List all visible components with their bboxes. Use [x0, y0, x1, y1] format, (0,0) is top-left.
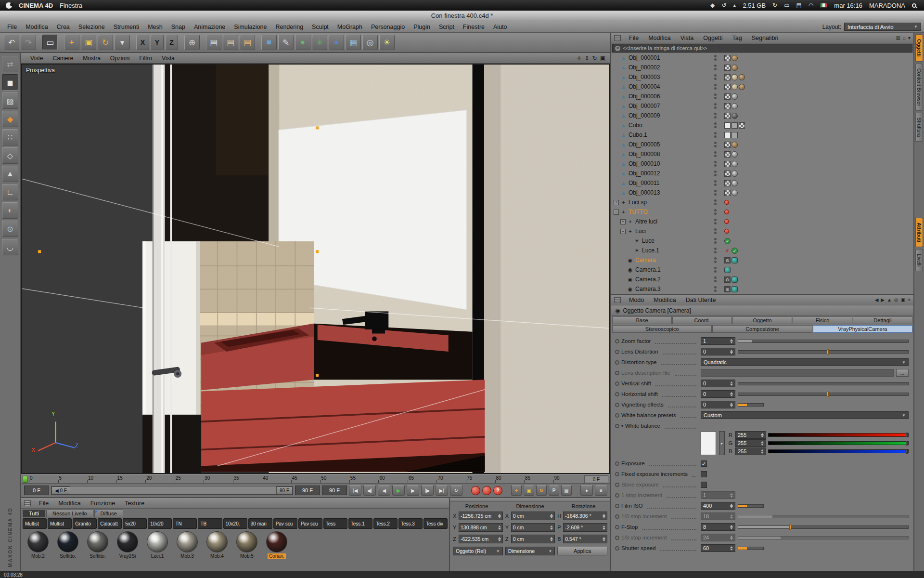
live-selection-button[interactable]: ▭ [42, 35, 58, 50]
material-mob-3[interactable]: Mob.3 [174, 531, 200, 559]
rotate-button[interactable]: ↻ [98, 35, 113, 50]
material-corian[interactable]: Corian. [264, 531, 290, 559]
range-end-field[interactable]: 90 F [295, 486, 320, 495]
move-button[interactable]: + [64, 35, 79, 50]
pan-view-icon[interactable]: ✛ [577, 55, 581, 62]
cam-green-tag-icon[interactable] [724, 267, 731, 273]
axis-lock-x-button[interactable]: X [136, 35, 149, 50]
material-chip-tess-2[interactable]: Tess.2 [373, 518, 398, 529]
visibility-dots-icon[interactable] [710, 248, 720, 253]
stepper-icon[interactable] [729, 493, 733, 498]
checker-tag-icon[interactable] [724, 93, 731, 100]
mograph-button[interactable]: ✳ [312, 35, 327, 50]
viewport-camera-label[interactable]: Prospettiva [26, 67, 55, 74]
undo-button[interactable]: ↶ [4, 35, 19, 50]
spline-pen-button[interactable]: ✎ [278, 35, 294, 50]
visibility-dots-icon[interactable] [710, 286, 720, 292]
object-row-altre-luci[interactable]: ++Altre luci [611, 217, 913, 226]
viewport-menu-opzioni[interactable]: Opzioni [106, 55, 134, 62]
sphere-gray-tag-icon[interactable] [732, 151, 738, 158]
coord-field-dimensione-y[interactable]: 0 cm [511, 523, 555, 532]
viewport-menu-filtro[interactable]: Filtro [135, 55, 157, 62]
visibility-dots-icon[interactable] [710, 257, 720, 263]
anim-dot-icon[interactable] [615, 472, 619, 476]
key-parameter-button[interactable]: P [549, 485, 559, 496]
anim-dot-icon[interactable] [615, 350, 619, 354]
lock-icon[interactable]: ▣ [901, 297, 905, 302]
cam-green-tag-icon[interactable] [732, 286, 738, 292]
material-chip-calacatt[interactable]: Calacatt [98, 518, 122, 529]
menu-finestre[interactable]: Finestre [459, 24, 489, 30]
visibility-dots-icon[interactable] [710, 267, 720, 273]
red-dot-tag-icon[interactable] [724, 219, 729, 224]
back-icon[interactable]: ◀ [875, 297, 879, 302]
visibility-dots-icon[interactable] [710, 238, 720, 244]
scrollbar-start-handle[interactable]: ◀ 0 F [51, 486, 70, 494]
dolly-view-icon[interactable]: ⇕ [585, 55, 590, 62]
checker-tag-icon[interactable] [724, 65, 731, 71]
sphere-gray-tag-icon[interactable] [732, 93, 738, 100]
sphere-gray-tag-icon[interactable] [732, 190, 738, 196]
value-field[interactable]: 0 [701, 401, 735, 408]
material-chip-tn[interactable]: TN [173, 518, 197, 529]
sphere-brown-tag-icon[interactable] [732, 55, 738, 61]
visibility-dots-icon[interactable] [710, 132, 720, 138]
white-tag-icon[interactable] [724, 132, 731, 138]
filter-icon[interactable]: ▥ [896, 35, 900, 40]
material-menu-funzione[interactable]: Funzione [86, 500, 119, 507]
object-row-obj-000009[interactable]: ▲Obj_000009 [611, 111, 913, 120]
target-tag-icon[interactable]: ⊙ [724, 286, 731, 292]
timeline-frame-15[interactable]: 15 [116, 474, 146, 483]
key-pla-button[interactable]: ▦ [561, 485, 572, 496]
menu-snap[interactable]: Snap [167, 24, 190, 30]
menu-strumenti[interactable]: Strumenti [109, 24, 144, 30]
timeline-frame-30[interactable]: 30 [204, 474, 233, 483]
material-chip-tb[interactable]: TB [198, 518, 222, 529]
goto-start-button[interactable]: |◀ [349, 485, 361, 496]
stepper-icon[interactable] [729, 536, 733, 540]
expand-toggle-icon[interactable]: − [620, 229, 626, 234]
points-mode-icon[interactable]: ∷ [2, 129, 18, 145]
primitive-cube-button[interactable]: ■ [261, 35, 277, 50]
coord-field-posizione-z[interactable]: -622.535 cm [459, 535, 503, 543]
key-position-button[interactable]: + [511, 485, 522, 496]
sphere-dark-tag-icon[interactable] [732, 113, 738, 119]
material-luci-1[interactable]: Luci.1 [144, 531, 170, 559]
keyframe-presets-button[interactable]: ♦ [580, 485, 593, 496]
wifi-icon[interactable]: ◠ [808, 2, 813, 9]
expand-toggle-icon[interactable]: + [620, 219, 626, 224]
make-editable-icon[interactable]: ⇄ [2, 56, 18, 72]
material-chip-30-man[interactable]: 30 man [248, 518, 272, 529]
timeline-frame-55[interactable]: 55 [349, 474, 379, 483]
red-dot-tag-icon[interactable] [724, 200, 729, 205]
material-mob-4[interactable]: Mob.4 [204, 531, 230, 559]
rotate-view-icon[interactable]: ↻ [592, 55, 597, 62]
array-button[interactable]: ▦ [346, 35, 361, 50]
menu-simulazione[interactable]: Simulazione [230, 24, 271, 30]
timeline-frame-5[interactable]: 5 [58, 474, 88, 483]
object-row-luce-1[interactable]: ☀Luce.1✗✓ [611, 246, 913, 255]
anim-dot-icon[interactable] [615, 525, 619, 529]
file-field[interactable] [701, 369, 894, 377]
sphere-gray-tag-icon[interactable] [732, 161, 738, 167]
visibility-dots-icon[interactable] [710, 190, 720, 196]
menu-personaggio[interactable]: Personaggio [367, 24, 409, 30]
material-chip-5x20[interactable]: 5x20 [123, 518, 147, 529]
cam-green-tag-icon[interactable] [732, 257, 738, 263]
viewport-menu-vista[interactable]: Vista [157, 55, 179, 62]
tab-fisico[interactable]: Fisico [793, 316, 852, 324]
mac-menu-finestra[interactable]: Finestra [60, 2, 82, 9]
object-row-obj-000002[interactable]: ▲Obj_000002 [611, 63, 913, 72]
material-chip-pav-scu[interactable]: Pav scu [298, 518, 322, 529]
cam-green-tag-icon[interactable] [732, 276, 738, 283]
autokeying-button[interactable] [482, 486, 491, 495]
stepper-icon[interactable] [549, 525, 553, 530]
search-icon[interactable]: ◎ [894, 297, 898, 302]
value-field[interactable]: 18 [701, 512, 735, 520]
anim-dot-icon[interactable] [615, 371, 619, 375]
material-menu-texture[interactable]: Texture [120, 500, 149, 507]
visibility-dots-icon[interactable] [710, 219, 720, 224]
side-tab-livelli[interactable]: Livelli [915, 249, 923, 271]
menu-file[interactable]: File [3, 24, 21, 30]
sync-icon[interactable]: ↻ [772, 2, 777, 9]
